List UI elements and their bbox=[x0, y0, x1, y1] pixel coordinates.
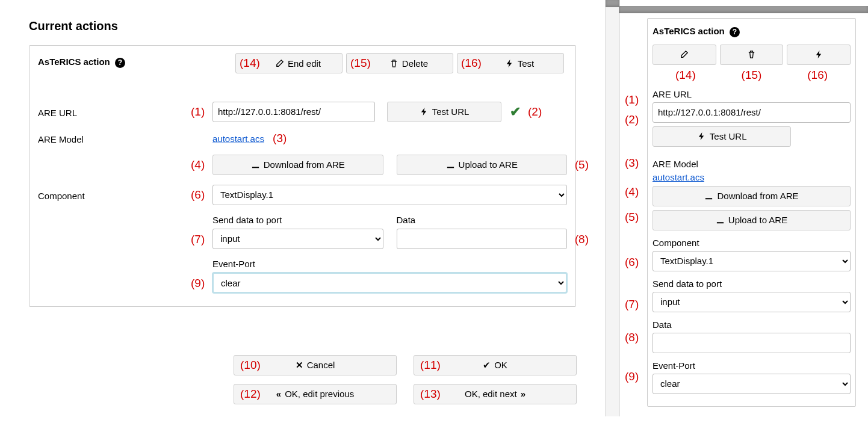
mark-15: (15) bbox=[742, 69, 762, 82]
asterics-action-card-compact: AsTeRICS action ? (14) (15) (16) ARE UR bbox=[647, 18, 856, 407]
trash-icon bbox=[747, 50, 756, 59]
mark-16: (16) bbox=[807, 69, 828, 82]
ok-button[interactable]: (11) ✔ OK bbox=[414, 355, 577, 375]
bolt-icon bbox=[505, 59, 514, 68]
help-icon[interactable]: ? bbox=[730, 27, 740, 37]
mark-12: (12) bbox=[240, 387, 261, 401]
mark-7: (7) bbox=[191, 233, 205, 246]
upload-icon bbox=[446, 160, 455, 169]
component-select[interactable]: TextDisplay.1 bbox=[212, 185, 567, 205]
end-edit-button[interactable] bbox=[653, 45, 716, 65]
edit-icon bbox=[275, 59, 284, 68]
mark-11: (11) bbox=[420, 359, 441, 372]
mark-9: (9) bbox=[625, 370, 639, 383]
delete-button[interactable] bbox=[720, 45, 784, 65]
send-port-select[interactable]: input bbox=[653, 292, 851, 312]
close-icon: ✕ bbox=[296, 360, 303, 371]
mark-3: (3) bbox=[273, 132, 287, 144]
mark-14: (14) bbox=[240, 57, 260, 70]
test-url-button[interactable]: Test URL bbox=[387, 102, 501, 122]
test-button[interactable] bbox=[787, 45, 851, 65]
edit-icon bbox=[680, 50, 689, 59]
heading-current-actions: Current actions bbox=[29, 19, 576, 33]
mark-3: (3) bbox=[625, 156, 639, 170]
data-label: Data bbox=[397, 215, 568, 225]
help-icon[interactable]: ? bbox=[115, 58, 125, 68]
mark-16: (16) bbox=[461, 57, 482, 70]
are-url-label: ARE URL bbox=[38, 105, 212, 118]
event-port-select[interactable]: clear bbox=[212, 273, 567, 293]
send-port-select[interactable]: input bbox=[212, 229, 383, 249]
mark-2: (2) bbox=[528, 105, 542, 119]
mark-5: (5) bbox=[575, 158, 589, 171]
event-port-label: Event-Port bbox=[212, 259, 567, 269]
mark-8: (8) bbox=[575, 233, 589, 246]
are-url-label: ARE URL bbox=[653, 89, 851, 99]
bolt-icon bbox=[697, 132, 706, 141]
check-icon: ✔ bbox=[510, 104, 521, 120]
mark-10: (10) bbox=[240, 359, 261, 372]
download-from-are-button[interactable]: Download from ARE bbox=[212, 155, 383, 175]
component-select[interactable]: TextDisplay.1 bbox=[653, 251, 851, 271]
cancel-button[interactable]: (10) ✕ Cancel bbox=[234, 355, 397, 375]
upload-icon bbox=[716, 215, 725, 224]
check-icon: ✔ bbox=[483, 360, 491, 371]
mark-9: (9) bbox=[191, 277, 205, 290]
mark-15: (15) bbox=[350, 57, 371, 70]
bolt-icon bbox=[814, 50, 823, 59]
mark-5: (5) bbox=[625, 211, 639, 224]
bolt-icon bbox=[420, 107, 429, 116]
mark-2: (2) bbox=[625, 113, 639, 126]
send-port-label: Send data to port bbox=[212, 215, 383, 225]
upload-to-are-button[interactable]: Upload to ARE bbox=[397, 155, 568, 175]
mark-1: (1) bbox=[625, 93, 639, 106]
test-button[interactable]: (16) Test bbox=[457, 53, 564, 73]
data-input[interactable] bbox=[653, 333, 851, 353]
download-from-are-button[interactable]: Download from ARE bbox=[653, 186, 851, 206]
delete-button[interactable]: (15) Delete bbox=[346, 53, 453, 73]
end-edit-button[interactable]: (14) End edit bbox=[235, 53, 343, 73]
download-icon bbox=[704, 191, 713, 200]
ok-edit-next-button[interactable]: (13) OK, edit next » bbox=[414, 384, 577, 404]
are-url-input[interactable] bbox=[653, 102, 851, 123]
chevron-double-left-icon: « bbox=[276, 389, 281, 399]
are-model-label: ARE Model bbox=[653, 159, 851, 169]
mark-14: (14) bbox=[675, 69, 696, 82]
are-url-input[interactable] bbox=[212, 102, 375, 122]
event-port-select[interactable]: clear bbox=[653, 374, 851, 394]
chevron-double-right-icon: » bbox=[521, 389, 525, 399]
send-port-label: Send data to port bbox=[653, 279, 851, 289]
are-model-link[interactable]: autostart.acs bbox=[653, 172, 704, 182]
mark-6: (6) bbox=[625, 256, 639, 269]
download-icon bbox=[251, 160, 260, 169]
event-port-label: Event-Port bbox=[653, 360, 851, 371]
data-label: Data bbox=[653, 320, 851, 330]
upload-to-are-button[interactable]: Upload to ARE bbox=[653, 210, 851, 230]
component-label: Component bbox=[653, 238, 851, 248]
data-input[interactable] bbox=[397, 229, 568, 249]
asterics-action-card: AsTeRICS action ? (14) End edit (15) Del bbox=[29, 45, 576, 307]
are-model-label: ARE Model bbox=[38, 132, 212, 144]
mark-8: (8) bbox=[625, 331, 639, 344]
trash-icon bbox=[389, 59, 398, 68]
mark-7: (7) bbox=[625, 298, 639, 311]
mark-4: (4) bbox=[625, 185, 639, 199]
component-label: Component bbox=[38, 188, 212, 201]
test-url-button[interactable]: Test URL bbox=[653, 126, 791, 147]
are-model-link[interactable]: autostart.acs bbox=[212, 134, 264, 144]
mark-13: (13) bbox=[420, 387, 441, 401]
ok-edit-previous-button[interactable]: (12) « OK, edit previous bbox=[234, 384, 397, 404]
card-title: AsTeRICS action bbox=[653, 26, 725, 36]
